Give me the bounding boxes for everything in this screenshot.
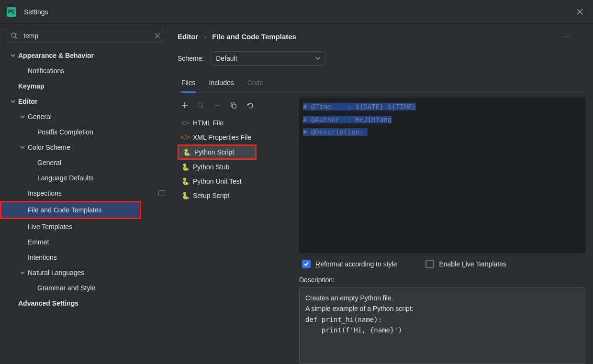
live-templates-checkbox[interactable]: Enable Live Templates [425, 260, 506, 268]
svg-point-0 [11, 33, 16, 37]
nav-back-button[interactable]: ← [562, 32, 571, 42]
reformat-checkbox[interactable]: Reformat according to style [302, 260, 397, 268]
add-child-icon [198, 102, 204, 109]
plus-icon [181, 102, 188, 109]
breadcrumb: Editor › File and Code Templates ← → [178, 32, 585, 42]
template-python-script[interactable]: 🐍 Python Script [179, 146, 255, 158]
revert-button[interactable] [246, 101, 254, 110]
tree-keymap[interactable]: Keymap [0, 78, 170, 94]
tab-files[interactable]: Files [181, 75, 196, 93]
add-child-button[interactable] [197, 101, 205, 110]
project-badge-icon [158, 190, 165, 196]
minus-icon [214, 102, 221, 109]
tree-editor[interactable]: Editor [0, 94, 170, 109]
html-icon: <> [181, 119, 189, 127]
tree-cs-general[interactable]: General [0, 155, 170, 170]
template-python-unit[interactable]: 🐍 Python Unit Test [178, 174, 292, 188]
tree-cs-langdef[interactable]: Language Defaults [0, 170, 170, 186]
add-template-button[interactable] [180, 101, 189, 110]
chevron-down-icon [19, 113, 26, 120]
python-icon: 🐍 [183, 148, 190, 156]
python-icon: 🐍 [181, 192, 189, 199]
xml-icon: </> [181, 133, 189, 141]
scheme-select[interactable]: Default [211, 51, 325, 66]
tree-grammar[interactable]: Grammar and Style [0, 280, 170, 296]
copy-icon [230, 102, 237, 109]
template-html[interactable]: <> HTML File [178, 116, 292, 130]
template-code-editor[interactable]: # @Time : ${DATE} ${TIME} # @Author : He… [299, 98, 585, 253]
svg-rect-3 [233, 104, 236, 108]
template-setup[interactable]: 🐍 Setup Script [178, 188, 292, 203]
chevron-down-icon [19, 269, 26, 276]
tree-emmet[interactable]: Emmet [0, 234, 170, 250]
tree-general[interactable]: General [0, 109, 170, 124]
tree-postfix[interactable]: Postfix Completion [0, 124, 170, 140]
chevron-down-icon [10, 98, 16, 105]
tree-appearance[interactable]: Appearance & Behavior [0, 48, 170, 63]
description-label: Description: [299, 276, 585, 284]
template-xml[interactable]: </> XML Properties File [178, 130, 292, 144]
template-python-stub[interactable]: 🐍 Python Stub [178, 160, 292, 174]
tree-notifications[interactable]: Notifications [0, 63, 170, 78]
svg-rect-1 [199, 103, 202, 107]
tree-file-templates[interactable]: File and Code Templates [1, 202, 140, 218]
tree-natlang[interactable]: Natural Languages [0, 265, 170, 280]
undo-icon [246, 102, 254, 109]
python-icon: 🐍 [181, 163, 189, 171]
remove-button[interactable] [213, 101, 222, 110]
python-icon: 🐍 [181, 177, 189, 185]
tree-inspections[interactable]: Inspections [0, 186, 170, 201]
tree-intentions[interactable]: Intentions [0, 250, 170, 265]
nav-forward-button[interactable]: → [577, 32, 585, 42]
window-title: Settings [24, 8, 48, 16]
chevron-down-icon [10, 52, 16, 59]
close-icon [155, 33, 160, 39]
close-icon [577, 9, 583, 15]
checkbox-unchecked-icon [425, 260, 434, 268]
tab-code[interactable]: Code [247, 75, 263, 92]
close-button[interactable] [573, 5, 586, 19]
tree-live-templates[interactable]: Live Templates [0, 219, 170, 234]
search-input[interactable] [6, 29, 164, 43]
tree-advanced[interactable]: Advanced Settings [0, 296, 170, 311]
chevron-down-icon [315, 56, 320, 61]
tab-includes[interactable]: Includes [209, 75, 234, 92]
description-box: Creates an empty Python file. A simple e… [299, 287, 585, 364]
tree-colorscheme[interactable]: Color Scheme [0, 140, 170, 155]
chevron-right-icon: › [204, 33, 206, 41]
app-icon: PC [7, 7, 16, 17]
search-icon [11, 32, 18, 40]
scheme-label: Scheme: [178, 55, 204, 62]
checkbox-checked-icon [302, 260, 311, 268]
clear-search-button[interactable] [155, 33, 160, 39]
copy-button[interactable] [229, 101, 238, 110]
chevron-down-icon [19, 144, 26, 151]
